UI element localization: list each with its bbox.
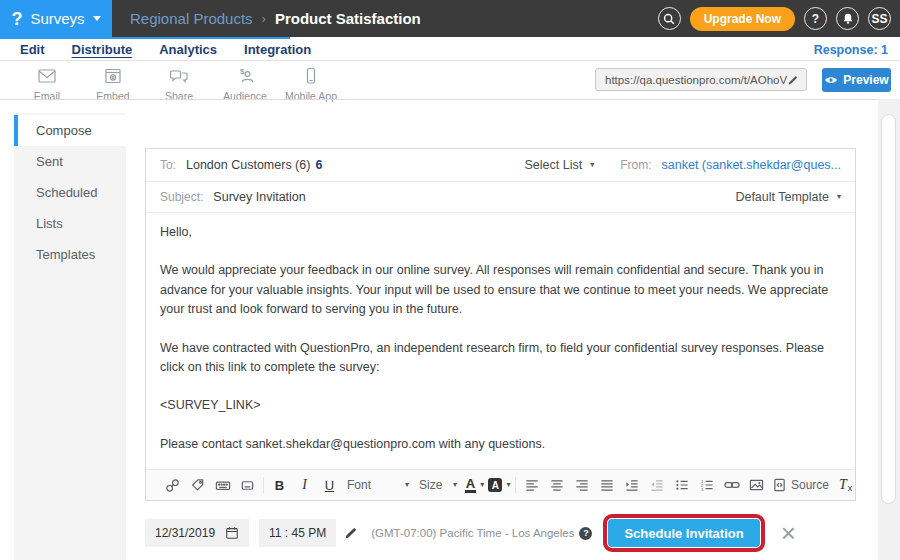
top-bar: ? Surveys Regional Products › Product Sa… <box>0 0 900 37</box>
time-picker[interactable]: 11 : 45 PM <box>259 519 336 547</box>
sidebar-item-label: Templates <box>36 247 95 262</box>
topbar-actions: Upgrade Now ? SS <box>658 7 891 31</box>
insert-survey-link-button[interactable] <box>160 473 185 497</box>
preview-button[interactable]: Preview <box>822 68 891 92</box>
calendar-icon <box>225 526 239 540</box>
sidebar-item-label: Compose <box>36 123 92 138</box>
insert-tag-button[interactable] <box>185 473 210 497</box>
align-left-button[interactable] <box>519 473 544 497</box>
align-right-button[interactable] <box>569 473 594 497</box>
chevron-down-icon: ▾ <box>453 481 457 489</box>
body-paragraph: We have contracted with QuestionPro, an … <box>160 339 841 378</box>
scrollbar-track <box>878 99 900 560</box>
size-dropdown-label: Size <box>419 478 442 492</box>
date-picker[interactable]: 12/31/2019 <box>145 519 249 547</box>
sidebar-item-scheduled[interactable]: Scheduled <box>14 177 126 208</box>
insert-image-button[interactable] <box>744 473 769 497</box>
channel-embed[interactable]: Embed <box>80 62 146 102</box>
pencil-icon <box>344 526 358 540</box>
template-dropdown[interactable]: Default Template ▾ <box>735 190 841 204</box>
help-button[interactable]: ? <box>804 7 827 30</box>
tab-analytics[interactable]: Analytics <box>159 42 217 57</box>
surveys-menu[interactable]: ? Surveys <box>0 0 112 37</box>
align-justify-button[interactable] <box>594 473 619 497</box>
search-icon <box>663 13 675 25</box>
sidebar-item-compose[interactable]: Compose <box>14 115 126 146</box>
numbered-list-button[interactable]: 123 <box>694 473 719 497</box>
survey-url-field[interactable]: https://qa.questionpro.com/t/AOhoVZfqml <box>595 68 807 91</box>
email-body-editor[interactable]: Hello, We would appreciate your feedback… <box>146 213 855 469</box>
insert-button-button[interactable] <box>235 473 260 497</box>
numbered-list-icon: 123 <box>700 478 714 492</box>
toolbar-separator <box>515 477 516 493</box>
insert-field-button[interactable] <box>210 473 235 497</box>
schedule-invitation-button[interactable]: Schedule Invitation <box>608 519 759 547</box>
recipient-count[interactable]: 6 <box>315 158 322 172</box>
source-button[interactable]: Source <box>769 473 833 497</box>
to-value[interactable]: London Customers (6) <box>186 158 310 172</box>
tab-edit[interactable]: Edit <box>20 42 45 57</box>
breadcrumb: Regional Products › Product Satisfaction <box>130 10 421 27</box>
chevron-down-icon: ▾ <box>480 481 484 489</box>
chevron-down-icon: ▾ <box>405 481 409 489</box>
time-value: 11 : 45 PM <box>269 526 326 540</box>
indent-button[interactable] <box>619 473 644 497</box>
share-icon <box>168 66 190 86</box>
body-paragraph: Please contact sanket.shekdar@questionpr… <box>160 435 841 454</box>
subject-value[interactable]: Survey Invitation <box>213 190 305 204</box>
channel-email[interactable]: Email <box>14 62 80 102</box>
channel-mobile-app[interactable]: Mobile App <box>278 62 344 102</box>
distribute-sidebar: Compose Sent Scheduled Lists Templates <box>14 113 126 560</box>
tab-distribute[interactable]: Distribute <box>72 42 133 57</box>
font-size-dropdown[interactable]: Size ▾ <box>414 473 462 497</box>
text-color-button[interactable]: A ▾ <box>462 473 487 497</box>
from-value[interactable]: sanket (sanket.shekdar@ques... <box>662 158 841 172</box>
align-center-button[interactable] <box>544 473 569 497</box>
channel-label: Email <box>34 90 60 102</box>
scrollbar-thumb[interactable] <box>881 114 896 504</box>
sidebar-item-sent[interactable]: Sent <box>14 146 126 177</box>
outdent-button[interactable] <box>644 473 669 497</box>
embed-icon <box>102 66 124 86</box>
bullet-list-button[interactable] <box>669 473 694 497</box>
body-paragraph: We would appreciate your feedback in our… <box>160 261 841 319</box>
outdent-icon <box>650 478 664 492</box>
select-list-dropdown[interactable]: Select List ▾ <box>525 158 595 172</box>
channel-audience[interactable]: $ Audience <box>212 62 278 102</box>
tab-integration[interactable]: Integration <box>244 42 311 57</box>
background-color-button[interactable]: A ▾ <box>487 473 512 497</box>
breadcrumb-parent[interactable]: Regional Products <box>130 10 253 27</box>
underline-button[interactable]: U <box>317 473 342 497</box>
svg-text:3: 3 <box>700 487 703 492</box>
edit-url-button[interactable] <box>787 74 799 86</box>
timezone-help-icon[interactable]: ? <box>579 527 592 540</box>
timezone-label: (GMT-07:00) Pacific Time - Los Angeles <box>371 527 574 539</box>
channel-share[interactable]: Share <box>146 62 212 102</box>
source-label: Source <box>791 478 829 492</box>
edit-time-button[interactable] <box>344 526 358 540</box>
close-icon[interactable]: × <box>781 522 796 544</box>
mobile-icon <box>300 66 322 86</box>
font-family-dropdown[interactable]: Font ▾ <box>342 473 414 497</box>
breadcrumb-separator: › <box>262 11 266 26</box>
sidebar-item-lists[interactable]: Lists <box>14 208 126 239</box>
insert-hyperlink-button[interactable] <box>719 473 744 497</box>
bell-icon <box>842 12 854 25</box>
chain-link-icon <box>165 478 180 493</box>
clear-formatting-button[interactable]: T x <box>833 473 858 497</box>
bold-button[interactable]: B <box>267 473 292 497</box>
avatar[interactable]: SS <box>868 7 891 30</box>
search-button[interactable] <box>658 7 681 30</box>
survey-tab-bar: Edit Distribute Analytics Integration Re… <box>0 37 900 61</box>
notifications-button[interactable] <box>836 7 859 30</box>
sidebar-item-templates[interactable]: Templates <box>14 239 126 270</box>
eye-icon <box>824 75 838 85</box>
align-left-icon <box>525 478 539 492</box>
breadcrumb-current: Product Satisfaction <box>275 10 421 27</box>
date-value: 12/31/2019 <box>155 526 215 540</box>
from-section: From: sanket (sanket.shekdar@ques... <box>620 158 841 172</box>
italic-button[interactable]: I <box>292 473 317 497</box>
email-icon <box>36 66 58 86</box>
body-paragraph: <SURVEY_LINK> <box>160 396 841 415</box>
upgrade-now-button[interactable]: Upgrade Now <box>690 7 795 31</box>
